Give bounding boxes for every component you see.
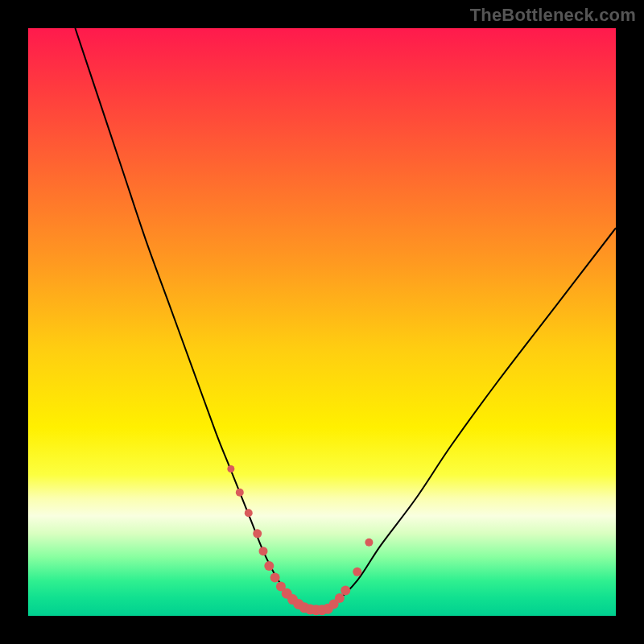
marker-dot [245, 509, 253, 517]
marker-dot [353, 568, 361, 576]
marker-dot [236, 489, 244, 497]
watermark-text: TheBottleneck.com [470, 5, 636, 26]
marker-dot [335, 593, 345, 603]
marker-dot [253, 529, 262, 538]
marker-dot [227, 465, 234, 473]
chart-frame: TheBottleneck.com [0, 0, 644, 644]
marker-group [227, 465, 373, 615]
plot-area [28, 28, 616, 616]
marker-dot [270, 573, 280, 583]
marker-dot [264, 561, 274, 571]
curve-line [75, 28, 616, 611]
marker-dot [259, 547, 268, 555]
marker-dot [341, 586, 350, 596]
chart-svg [28, 28, 616, 616]
marker-dot [365, 539, 373, 547]
